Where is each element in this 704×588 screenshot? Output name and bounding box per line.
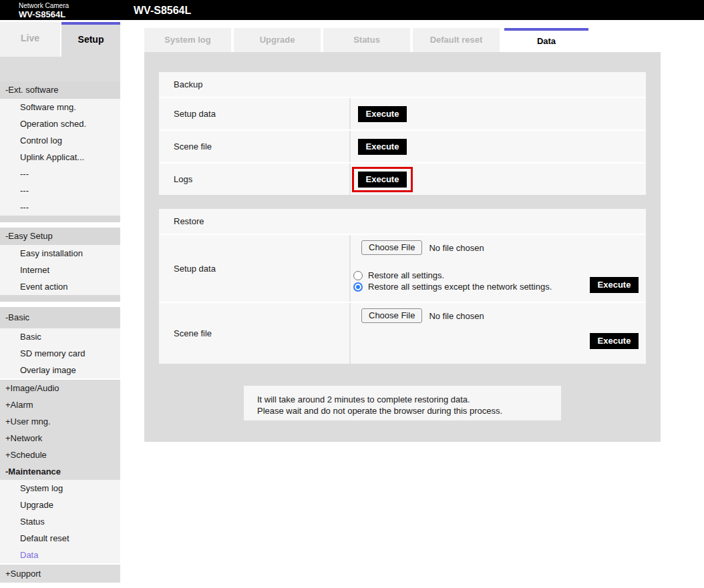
tab-default-reset[interactable]: Default reset: [413, 28, 500, 52]
table-row: Scene file Choose File No file chosen Ex…: [159, 303, 646, 364]
radio-restore-all-label: Restore all settings.: [368, 270, 444, 280]
tab-data[interactable]: Data: [504, 28, 588, 52]
tab-upgrade[interactable]: Upgrade: [234, 28, 321, 52]
sidebar-group-alarm[interactable]: +Alarm: [0, 396, 120, 413]
backup-table: Backup Setup data Execute Scene file Exe…: [159, 72, 646, 195]
sidebar-header-ext-software[interactable]: -Ext. software: [0, 81, 120, 99]
sidebar-item-system-log[interactable]: System log: [0, 480, 120, 497]
page-title: WV-S8564L: [134, 5, 191, 17]
restore-scene-file-label: Scene file: [159, 303, 349, 364]
radio-button-checked[interactable]: [353, 282, 363, 292]
backup-setup-data-label: Setup data: [159, 98, 349, 129]
sidebar-header-maintenance[interactable]: -Maintenance: [0, 463, 120, 480]
sidebar-group-schedule[interactable]: +Schedule: [0, 447, 120, 463]
backup-scene-file-execute-button[interactable]: Execute: [358, 139, 407, 155]
sidebar-gap: [0, 302, 120, 307]
table-row: Scene file Execute: [159, 131, 646, 162]
sidebar-item-sd-memory-card[interactable]: SD memory card: [0, 345, 120, 362]
backup-logs-execute-button[interactable]: Execute: [358, 172, 407, 188]
restore-setup-file-status: No file chosen: [429, 243, 484, 253]
restore-setup-execute-button[interactable]: Execute: [590, 277, 639, 293]
table-row: Logs Execute: [159, 164, 646, 195]
backup-scene-file-label: Scene file: [159, 131, 349, 162]
sidebar-group-support[interactable]: +Support: [0, 565, 120, 583]
tab-system-log[interactable]: System log: [144, 28, 231, 52]
highlight-box: Execute: [352, 167, 413, 192]
sidebar-item-easy-installation[interactable]: Easy installation: [0, 245, 120, 262]
sidebar-item-uplink-applicat[interactable]: Uplink Applicat...: [0, 149, 120, 166]
content-tab-bar: System log Upgrade Status Default reset …: [144, 28, 591, 52]
note-line-1: It will take around 2 minutes to complet…: [257, 394, 561, 405]
restore-scene-choose-file-button[interactable]: Choose File: [361, 308, 422, 323]
sidebar-group-easy-setup: -Easy Setup Easy installation Internet E…: [0, 228, 120, 302]
sidebar-item-default-reset[interactable]: Default reset: [0, 530, 120, 547]
sidebar-item-upgrade[interactable]: Upgrade: [0, 497, 120, 513]
radio-restore-except-network-label: Restore all settings except the network …: [368, 282, 552, 292]
backup-logs-label: Logs: [159, 164, 349, 195]
restore-scene-file-status: No file chosen: [429, 311, 484, 321]
restore-table: Restore Setup data Choose File No file c…: [159, 209, 646, 364]
sidebar-item-empty-3[interactable]: ---: [0, 199, 120, 216]
tab-status[interactable]: Status: [323, 28, 410, 52]
table-row: Setup data Execute: [159, 98, 646, 129]
backup-setup-data-execute-button[interactable]: Execute: [358, 106, 407, 122]
sidebar-item-data[interactable]: Data: [0, 547, 120, 563]
sidebar-group-footer: [0, 216, 120, 222]
table-row: Setup data Choose File No file chosen Re…: [159, 235, 646, 302]
radio-button-unchecked[interactable]: [353, 271, 363, 280]
sidebar-item-software-mng[interactable]: Software mng.: [0, 99, 120, 115]
sidebar-group-maintenance-items: System log Upgrade Status Default reset …: [0, 480, 120, 563]
sidebar-item-event-action[interactable]: Event action: [0, 278, 120, 295]
sidebar-item-status[interactable]: Status: [0, 513, 120, 530]
sidebar-group-ext-software: -Ext. software Software mng. Operation s…: [0, 81, 120, 222]
restore-setup-data-label: Setup data: [159, 235, 349, 302]
tab-setup[interactable]: Setup: [61, 22, 120, 57]
sidebar-group-basic: -Basic Basic SD memory card Overlay imag…: [0, 307, 120, 378]
sidebar-item-overlay-image[interactable]: Overlay image: [0, 362, 120, 378]
restore-note: It will take around 2 minutes to complet…: [244, 386, 561, 420]
sidebar: -Ext. software Software mng. Operation s…: [0, 57, 120, 583]
sidebar-top-strip: [0, 57, 120, 81]
content-panel: Backup Setup data Execute Scene file Exe…: [144, 52, 661, 442]
sidebar-item-empty-2[interactable]: ---: [0, 182, 120, 199]
sidebar-item-control-log[interactable]: Control log: [0, 132, 120, 149]
sidebar-group-user-mng[interactable]: +User mng.: [0, 413, 120, 430]
tab-live[interactable]: Live: [0, 22, 60, 57]
sidebar-header-easy-setup[interactable]: -Easy Setup: [0, 228, 120, 245]
sidebar-item-basic[interactable]: Basic: [0, 328, 120, 345]
sidebar-group-network[interactable]: +Network: [0, 430, 120, 447]
brand-block: Network Camera WV-S8564L: [19, 1, 69, 19]
sidebar-group-image-audio[interactable]: +Image/Audio: [0, 380, 120, 396]
brand-model: WV-S8564L: [19, 10, 69, 19]
sidebar-item-empty-1[interactable]: ---: [0, 166, 120, 182]
backup-section-title: Backup: [159, 72, 646, 97]
sidebar-gap: [0, 222, 120, 228]
top-bar: Network Camera WV-S8564L WV-S8564L: [0, 0, 704, 20]
sidebar-item-internet[interactable]: Internet: [0, 262, 120, 278]
restore-section-title: Restore: [159, 209, 646, 234]
sidebar-header-basic[interactable]: -Basic: [0, 307, 120, 328]
sidebar-group-footer: [0, 295, 120, 302]
restore-scene-execute-button[interactable]: Execute: [590, 333, 639, 349]
restore-setup-choose-file-button[interactable]: Choose File: [361, 240, 422, 255]
note-line-2: Please wait and do not operate the brows…: [257, 405, 561, 416]
sidebar-item-operation-sched[interactable]: Operation sched.: [0, 115, 120, 132]
